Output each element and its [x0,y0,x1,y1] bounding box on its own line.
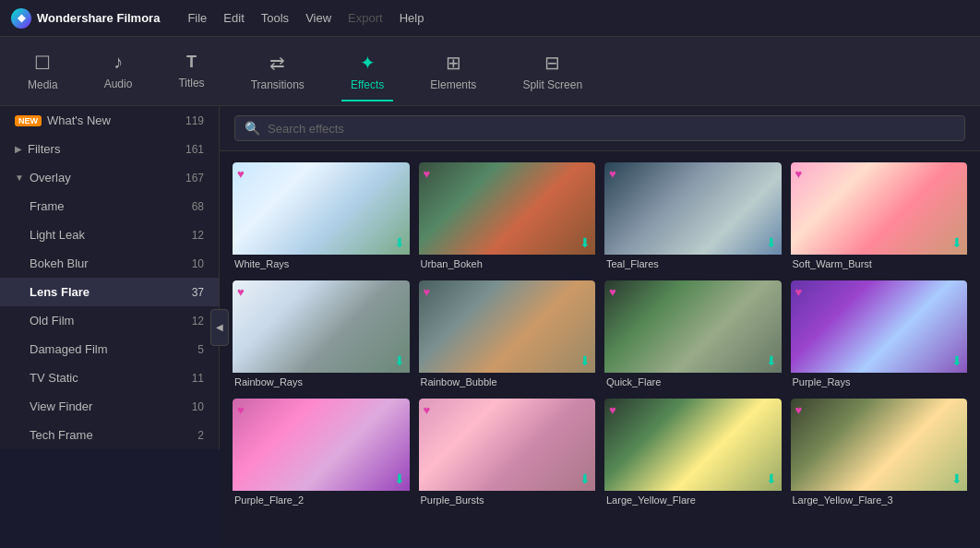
sidebar-item-damaged-film-label: Damaged Film [30,342,197,356]
tab-audio-label: Audio [104,77,133,90]
search-box: 🔍 [234,115,965,141]
download-icon-large-yellow-flare: ⬇ [766,471,777,486]
effects-grid: ♥ ⬇ White_Rays ♥ ⬇ Urban_Bokeh ♥ ⬇ Teal_… [220,151,980,548]
app-logo: ◆ Wondershare Filmora [11,8,160,29]
effect-label-purple-rays: Purple_Rays [791,373,968,389]
sidebar-container: What's New 119 ▶ Filters 161 ▼ Overlay 1… [0,106,220,548]
download-icon-urban-bokeh: ⬇ [580,235,591,250]
sidebar-item-filters-count: 161 [185,143,204,156]
tab-titles[interactable]: T Titles [169,45,213,97]
heart-icon-rainbow-rays: ♥ [237,285,245,299]
sidebar-item-light-leak[interactable]: Light Leak 12 [0,220,219,249]
sidebar-item-frame-label: Frame [30,199,192,213]
sidebar-item-light-leak-label: Light Leak [30,228,192,242]
download-icon-purple-bursts: ⬇ [580,471,591,486]
effect-thumb-white-rays: ♥ ⬇ [233,162,410,255]
sidebar-item-bokeh-blur-count: 10 [192,257,204,270]
heart-icon-purple-rays: ♥ [795,285,803,299]
tab-transitions[interactable]: ⇄ Transitions [242,44,314,99]
menu-export: Export [348,11,383,25]
sidebar-item-damaged-film-count: 5 [197,343,204,356]
effect-label-large-yellow-flare: Large_Yellow_Flare [604,491,782,507]
effect-thumb-quick-flare: ♥ ⬇ [604,280,782,373]
effect-thumb-soft-warm-burst: ♥ ⬇ [791,162,968,255]
tab-elements-label: Elements [430,78,476,91]
effect-card-purple-rays[interactable]: ♥ ⬇ Purple_Rays [791,280,968,389]
menu-view[interactable]: View [305,11,331,25]
sidebar-item-lens-flare[interactable]: Lens Flare 37 [0,278,219,306]
download-icon-teal-flares: ⬇ [766,235,777,250]
sidebar-item-overlay-count: 167 [185,172,204,185]
effect-thumb-purple-rays: ♥ ⬇ [791,280,968,373]
sidebar-item-filters-label: Filters [28,142,185,156]
effect-card-rainbow-rays[interactable]: ♥ ⬇ Rainbow_Rays [233,280,410,389]
sidebar-item-tv-static-label: TV Static [30,371,192,385]
split-screen-icon: ⊟ [544,52,560,74]
effect-card-white-rays[interactable]: ♥ ⬇ White_Rays [233,162,410,271]
effect-card-large-yellow-flare3[interactable]: ♥ ⬇ Large_Yellow_Flare_3 [791,399,968,507]
filters-arrow: ▶ [15,144,22,154]
sidebar-item-whats-new[interactable]: What's New 119 [0,106,219,135]
heart-icon-rainbow-bubble: ♥ [424,285,431,299]
search-bar: 🔍 [220,106,980,151]
effect-card-urban-bokeh[interactable]: ♥ ⬇ Urban_Bokeh [419,162,596,271]
heart-icon-urban-bokeh: ♥ [424,167,431,181]
sidebar-item-frame[interactable]: Frame 68 [0,192,219,220]
heart-icon-large-yellow-flare3: ♥ [795,403,803,417]
sidebar-item-whats-new-count: 119 [185,114,204,127]
effect-card-rainbow-bubble[interactable]: ♥ ⬇ Rainbow_Bubble [419,280,596,389]
download-icon-rainbow-bubble: ⬇ [580,353,591,368]
sidebar-item-overlay[interactable]: ▼ Overlay 167 [0,163,219,192]
menu-help[interactable]: Help [400,11,424,25]
effect-card-teal-flares[interactable]: ♥ ⬇ Teal_Flares [604,162,782,271]
effect-label-soft-warm-burst: Soft_Warm_Burst [791,255,968,271]
search-input[interactable] [268,122,955,136]
download-icon-white-rays: ⬇ [394,235,405,250]
overlay-arrow: ▼ [15,173,24,183]
sidebar-item-frame-count: 68 [192,200,204,213]
top-menu-bar: ◆ Wondershare Filmora File Edit Tools Vi… [0,0,980,37]
logo-icon: ◆ [11,8,31,29]
effect-label-large-yellow-flare3: Large_Yellow_Flare_3 [791,491,968,507]
media-icon: ☐ [34,52,51,74]
effect-card-quick-flare[interactable]: ♥ ⬇ Quick_Flare [604,280,782,389]
tab-transitions-label: Transitions [251,78,305,91]
menu-edit[interactable]: Edit [223,11,244,25]
sidebar-item-tech-frame[interactable]: Tech Frame 2 [0,421,219,449]
effect-label-rainbow-bubble: Rainbow_Bubble [419,373,596,389]
heart-icon-quick-flare: ♥ [609,285,616,299]
tab-audio[interactable]: ♪ Audio [95,44,142,98]
sidebar-item-bokeh-blur-label: Bokeh Blur [30,256,192,270]
effect-card-purple-bursts[interactable]: ♥ ⬇ Purple_Bursts [419,399,596,507]
sidebar-item-bokeh-blur[interactable]: Bokeh Blur 10 [0,249,219,278]
effect-card-purple-flare2[interactable]: ♥ ⬇ Purple_Flare_2 [233,399,410,507]
main-panel: What's New 119 ▶ Filters 161 ▼ Overlay 1… [0,106,980,548]
effect-thumb-urban-bokeh: ♥ ⬇ [419,162,596,255]
titles-icon: T [186,53,197,72]
nav-tabs: ☐ Media ♪ Audio T Titles ⇄ Transitions ✦… [0,37,980,106]
tab-effects[interactable]: ✦ Effects [341,44,393,99]
sidebar-collapse-button[interactable]: ◀ [210,309,229,346]
heart-icon-purple-bursts: ♥ [424,403,431,417]
search-icon: 🔍 [245,121,260,136]
sidebar-item-old-film[interactable]: Old Film 12 [0,306,219,335]
sidebar-item-damaged-film[interactable]: Damaged Film 5 [0,335,219,363]
tab-elements[interactable]: ⊞ Elements [421,44,485,99]
sidebar-item-tv-static[interactable]: TV Static 11 [0,363,219,392]
sidebar-item-view-finder[interactable]: View Finder 10 [0,392,219,421]
effects-icon: ✦ [360,52,376,74]
effect-label-quick-flare: Quick_Flare [604,373,782,389]
effect-card-large-yellow-flare[interactable]: ♥ ⬇ Large_Yellow_Flare [604,399,782,507]
sidebar-item-filters[interactable]: ▶ Filters 161 [0,135,219,163]
menu-tools[interactable]: Tools [261,11,289,25]
effect-label-purple-flare2: Purple_Flare_2 [233,491,410,507]
content-panel: 🔍 ♥ ⬇ White_Rays ♥ ⬇ Urban_Bokeh ♥ ⬇ Tea… [220,106,980,548]
app-name: Wondershare Filmora [37,11,160,25]
heart-icon-teal-flares: ♥ [609,167,616,181]
tab-split-screen-label: Split Screen [522,78,582,91]
effect-card-soft-warm-burst[interactable]: ♥ ⬇ Soft_Warm_Burst [791,162,968,271]
tab-split-screen[interactable]: ⊟ Split Screen [513,44,592,99]
tab-media[interactable]: ☐ Media [18,44,67,99]
menu-file[interactable]: File [187,11,207,25]
effect-thumb-large-yellow-flare: ♥ ⬇ [604,399,782,491]
